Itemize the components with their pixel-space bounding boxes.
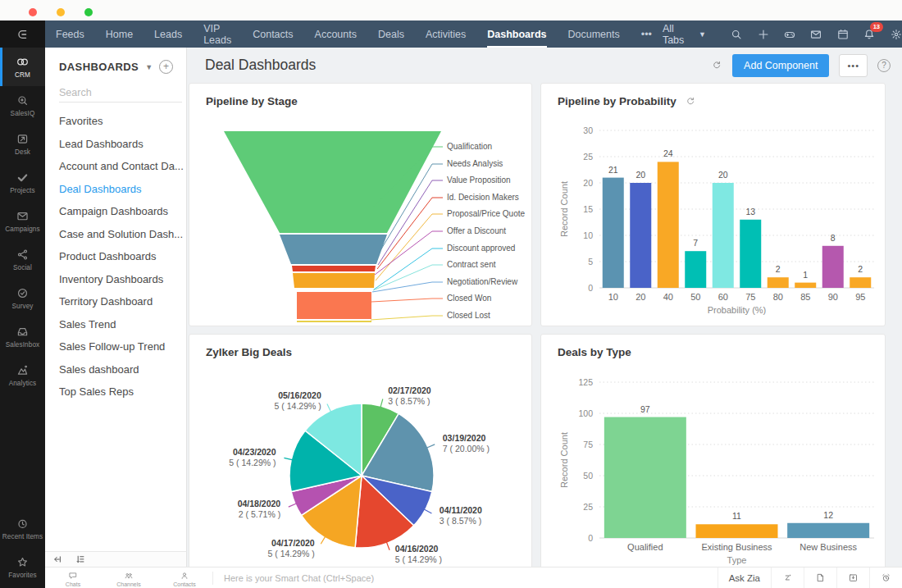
- dashboard-list-item-territory-dashboard[interactable]: Territory Dashboard: [45, 290, 186, 313]
- favorites-icon: [16, 555, 30, 569]
- sidebar-item-salesinbox[interactable]: SalesInbox: [0, 317, 45, 356]
- svg-text:0: 0: [588, 283, 593, 293]
- svg-text:04/16/2020: 04/16/2020: [395, 544, 439, 554]
- tab-leads[interactable]: Leads: [144, 21, 193, 48]
- tab-documents[interactable]: Documents: [558, 21, 631, 48]
- refresh-dashboard-button[interactable]: [711, 60, 722, 71]
- svg-text:5 ( 14.29% ): 5 ( 14.29% ): [267, 549, 314, 558]
- sidebar-item-social[interactable]: Social: [0, 240, 45, 279]
- svg-text:0: 0: [588, 533, 593, 543]
- close-window-button[interactable]: [29, 8, 37, 16]
- pipeline-by-stage-chart: QualificationNeeds AnalysisValue Proposi…: [189, 84, 532, 326]
- svg-text:11: 11: [732, 511, 741, 521]
- notifications-button[interactable]: 13: [862, 26, 877, 43]
- list-options-button[interactable]: [75, 554, 86, 565]
- dashboard-list-item-case-and-solution-dash[interactable]: Case and Solution Dash...: [45, 223, 186, 246]
- add-component-button[interactable]: Add Component: [732, 54, 829, 77]
- tab-more[interactable]: •••: [631, 21, 663, 48]
- alarm-clock-icon: [881, 572, 891, 583]
- zoom-window-button[interactable]: [84, 8, 93, 16]
- dashboard-more-actions-button[interactable]: •••: [839, 54, 868, 77]
- app-sidebar: CRMSalesIQDeskProjectsCampaignsSocialSur…: [0, 48, 45, 588]
- zylker-big-deals-card: Zylker Big Deals 02/17/20203 ( 8.57% )03…: [189, 334, 532, 580]
- minimize-window-button[interactable]: [57, 8, 65, 16]
- dashboard-list-item-sales-trend[interactable]: Sales Trend: [45, 313, 186, 336]
- sidebar-item-desk[interactable]: Desk: [0, 125, 45, 163]
- sidebar-item-projects[interactable]: Projects: [0, 163, 45, 202]
- collapse-app-sidebar-button[interactable]: [0, 21, 45, 48]
- chatbar-chats-button[interactable]: Chats: [45, 569, 101, 587]
- search-button[interactable]: [729, 26, 744, 43]
- svg-text:40: 40: [663, 292, 673, 302]
- dashboard-list-item-account-and-contact-da[interactable]: Account and Contact Da...: [45, 155, 186, 178]
- mail-button[interactable]: [809, 26, 823, 43]
- dashboard-list-item-campaign-dashboards[interactable]: Campaign Dashboards: [45, 200, 186, 223]
- calendar-button[interactable]: [836, 26, 850, 43]
- dashboard-search-input[interactable]: [59, 84, 182, 103]
- svg-text:24: 24: [663, 148, 673, 158]
- sidebar-item-recent-items[interactable]: Recent Items: [0, 509, 45, 548]
- tab-accounts[interactable]: Accounts: [304, 21, 367, 48]
- quick-create-button[interactable]: [755, 26, 770, 43]
- notes-button[interactable]: [804, 567, 836, 588]
- dashboard-list-item-favorites[interactable]: Favorites: [45, 110, 186, 133]
- tab-activities[interactable]: Activities: [415, 21, 476, 48]
- chart-refresh-button[interactable]: [685, 96, 696, 107]
- reminders-button[interactable]: [869, 567, 902, 588]
- dashboards-sidebar: DASHBOARDS ▼ + FavoritesLead DashboardsA…: [45, 48, 187, 551]
- sidebar-item-crm[interactable]: CRM: [0, 48, 45, 86]
- dashboard-list-item-product-dashboards[interactable]: Product Dashboards: [45, 245, 186, 268]
- svg-text:5 ( 14.29% ): 5 ( 14.29% ): [229, 458, 276, 467]
- top-navigation-bar: FeedsHomeLeadsVIP LeadsContactsAccountsD…: [0, 21, 902, 48]
- analytics-icon: [16, 363, 30, 377]
- svg-text:3 ( 8.57% ): 3 ( 8.57% ): [388, 396, 430, 406]
- dashboard-list-item-top-sales-reps[interactable]: Top Sales Reps: [45, 381, 186, 403]
- svg-text:Discount approved: Discount approved: [447, 244, 515, 253]
- ask-zia-button[interactable]: Ask Zia: [718, 567, 771, 588]
- sidebar-item-salesiq[interactable]: SalesIQ: [0, 86, 45, 125]
- social-icon: [16, 248, 30, 262]
- help-button[interactable]: ?: [877, 59, 891, 72]
- svg-text:12: 12: [823, 510, 833, 520]
- survey-icon: [16, 286, 30, 300]
- dashboard-list-item-inventory-dashboards[interactable]: Inventory Dashboards: [45, 268, 186, 291]
- svg-text:04/11/2020: 04/11/2020: [440, 505, 482, 515]
- dashboards-panel-title: DASHBOARDS: [59, 61, 139, 73]
- tab-dashboards[interactable]: Dashboards: [476, 21, 557, 48]
- dashboard-list-item-lead-dashboards[interactable]: Lead Dashboards: [45, 133, 186, 156]
- chatbar-contacts-button[interactable]: Contacts: [157, 569, 212, 587]
- salesinbox-icon: [16, 325, 30, 339]
- settings-button[interactable]: [889, 26, 902, 43]
- svg-text:125: 125: [578, 377, 593, 387]
- list-sort-icon: [75, 554, 86, 565]
- sidebar-item-analytics[interactable]: Analytics: [0, 356, 45, 394]
- smart-chat-input[interactable]: Here is your Smart Chat (Ctrl+Space): [213, 573, 718, 583]
- svg-text:97: 97: [640, 404, 650, 414]
- tab-deals[interactable]: Deals: [367, 21, 415, 48]
- tab-vip-leads[interactable]: VIP Leads: [193, 21, 242, 48]
- tab-feeds[interactable]: Feeds: [45, 21, 95, 48]
- svg-text:50: 50: [583, 471, 593, 481]
- zia-icon: [782, 572, 793, 583]
- svg-text:05/16/2020: 05/16/2020: [278, 390, 321, 400]
- chatbar-channels-button[interactable]: Channels: [101, 569, 157, 587]
- zia-button[interactable]: [771, 567, 804, 588]
- campaigns-icon: [16, 209, 30, 223]
- svg-text:2: 2: [776, 264, 781, 274]
- svg-text:Id. Decision Makers: Id. Decision Makers: [447, 193, 519, 202]
- sidebar-item-campaigns[interactable]: Campaigns: [0, 202, 45, 240]
- gamescope-button[interactable]: [782, 26, 797, 43]
- add-dashboard-button[interactable]: +: [159, 60, 173, 74]
- dashboard-list-item-sales-follow-up-trend[interactable]: Sales Follow-up Trend: [45, 335, 186, 358]
- sidebar-item-favorites[interactable]: Favorites: [0, 548, 45, 586]
- page-header: Deal Dashboards Add Component ••• ?: [187, 48, 902, 83]
- dashboard-list-item-deal-dashboards[interactable]: Deal Dashboards: [45, 178, 186, 201]
- dashboards-dropdown-caret-icon[interactable]: ▼: [145, 63, 153, 71]
- import-button[interactable]: [836, 567, 869, 588]
- tab-home[interactable]: Home: [95, 21, 144, 48]
- collapse-panel-button[interactable]: [52, 554, 63, 565]
- sidebar-item-survey[interactable]: Survey: [0, 279, 45, 317]
- all-tabs-dropdown[interactable]: All Tabs ▼: [663, 23, 706, 46]
- tab-contacts[interactable]: Contacts: [242, 21, 303, 48]
- dashboard-list-item-sales-dashboard[interactable]: Sales dashboard: [45, 358, 186, 381]
